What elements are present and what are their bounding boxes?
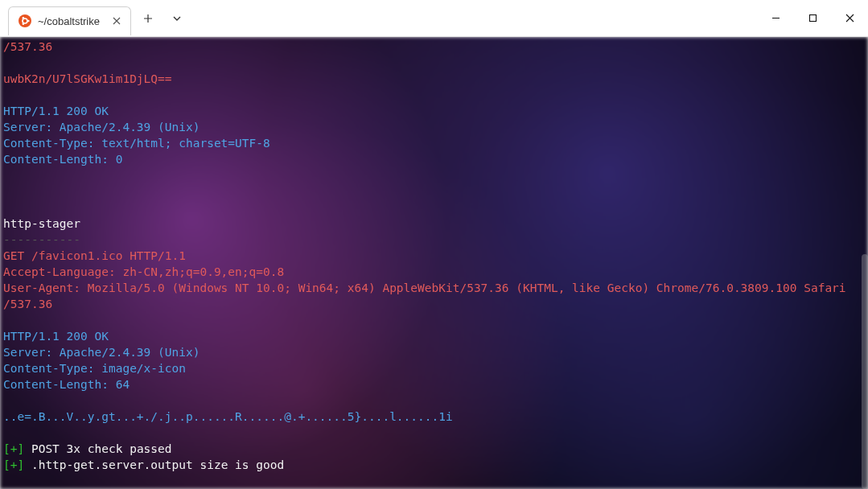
status-prefix: [+] xyxy=(3,442,24,455)
terminal-line: GET /favicon1.ico HTTP/1.1 xyxy=(3,248,866,264)
status-message: .http-get.server.output size is good xyxy=(24,458,284,471)
terminal-line xyxy=(3,392,866,409)
terminal-line xyxy=(3,425,866,441)
status-prefix: [+] xyxy=(3,458,24,471)
terminal-line xyxy=(3,199,866,216)
terminal-line: http-stager xyxy=(3,216,866,232)
terminal-line: Server: Apache/2.4.39 (Unix) xyxy=(3,119,866,135)
terminal-line: ----------- xyxy=(3,232,866,248)
terminal-status-line: [+] .http-get.server.output size is good xyxy=(3,457,866,473)
new-tab-button[interactable] xyxy=(136,6,160,31)
scrollbar[interactable] xyxy=(862,37,868,489)
terminal-area[interactable]: /537.36 uwbK2n/U7lSGKw1im1DjLQ== HTTP/1.… xyxy=(0,37,868,489)
tab-dropdown-button[interactable] xyxy=(165,6,189,31)
svg-point-3 xyxy=(23,17,25,19)
terminal-line: HTTP/1.1 200 OK xyxy=(3,328,866,344)
terminal-line: User-Agent: Mozilla/5.0 (Windows NT 10.0… xyxy=(3,280,866,296)
svg-point-2 xyxy=(27,20,30,23)
svg-rect-5 xyxy=(809,15,816,22)
titlebar-left: ~/cobaltstrike xyxy=(0,0,189,36)
terminal-line: uwbK2n/U7lSGKw1im1DjLQ== xyxy=(3,71,866,87)
tab-title: ~/cobaltstrike xyxy=(38,15,100,27)
terminal-line xyxy=(3,312,866,328)
terminal-line: Content-Length: 64 xyxy=(3,376,866,392)
terminal-line: Content-Length: 0 xyxy=(3,151,866,167)
close-tab-button[interactable] xyxy=(111,15,122,27)
titlebar: ~/cobaltstrike xyxy=(0,0,868,37)
terminal-line: /537.36 xyxy=(3,39,866,55)
terminal-line: Content-Type: image/x-icon xyxy=(3,360,866,376)
window-controls xyxy=(757,0,868,36)
terminal-line xyxy=(3,87,866,103)
ubuntu-icon xyxy=(19,14,31,27)
terminal-line: Server: Apache/2.4.39 (Unix) xyxy=(3,344,866,360)
terminal-status-line: [+] POST 3x check passed xyxy=(3,441,866,457)
svg-point-4 xyxy=(23,23,25,26)
terminal-line: HTTP/1.1 200 OK xyxy=(3,103,866,119)
terminal-line: Content-Type: text/html; charset=UTF-8 xyxy=(3,135,866,151)
terminal-line: Accept-Language: zh-CN,zh;q=0.9,en;q=0.8 xyxy=(3,264,866,280)
terminal-tab[interactable]: ~/cobaltstrike xyxy=(8,6,131,35)
terminal-line: /537.36 xyxy=(3,296,866,312)
status-message: POST 3x check passed xyxy=(24,442,171,455)
terminal-line xyxy=(3,183,866,199)
minimize-button[interactable] xyxy=(757,0,794,37)
terminal-line xyxy=(3,167,866,183)
close-window-button[interactable] xyxy=(831,0,868,37)
terminal-line xyxy=(3,55,866,71)
terminal-output: /537.36 uwbK2n/U7lSGKw1im1DjLQ== HTTP/1.… xyxy=(0,37,868,489)
maximize-button[interactable] xyxy=(794,0,831,37)
terminal-line: ..e=.B...V..y.gt...+./.j..p......R......… xyxy=(3,409,866,425)
scrollbar-thumb[interactable] xyxy=(862,254,868,489)
